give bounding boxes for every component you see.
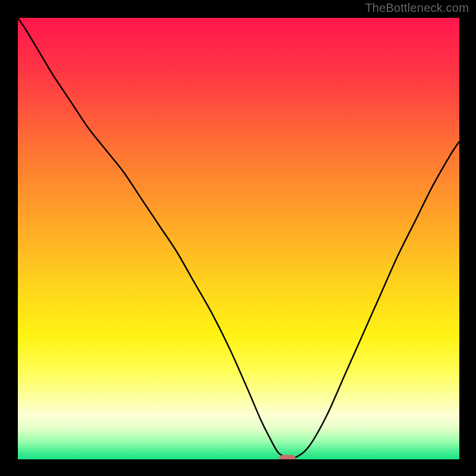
bottleneck-curve	[18, 18, 459, 459]
watermark-text: TheBottleneck.com	[365, 1, 469, 15]
optimal-point-marker	[279, 455, 296, 460]
chart-frame: TheBottleneck.com	[0, 0, 476, 476]
plot-area	[18, 18, 459, 459]
